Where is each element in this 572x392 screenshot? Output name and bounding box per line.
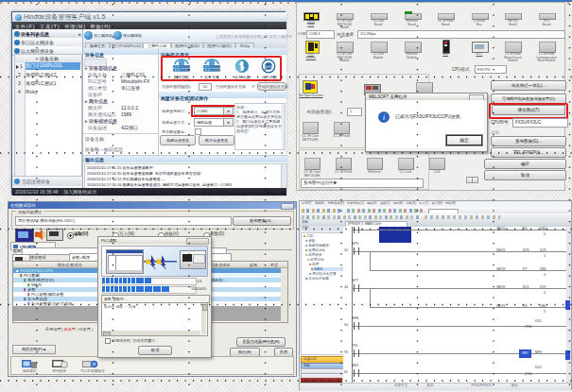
svg-text:100%: 100% (265, 65, 273, 69)
